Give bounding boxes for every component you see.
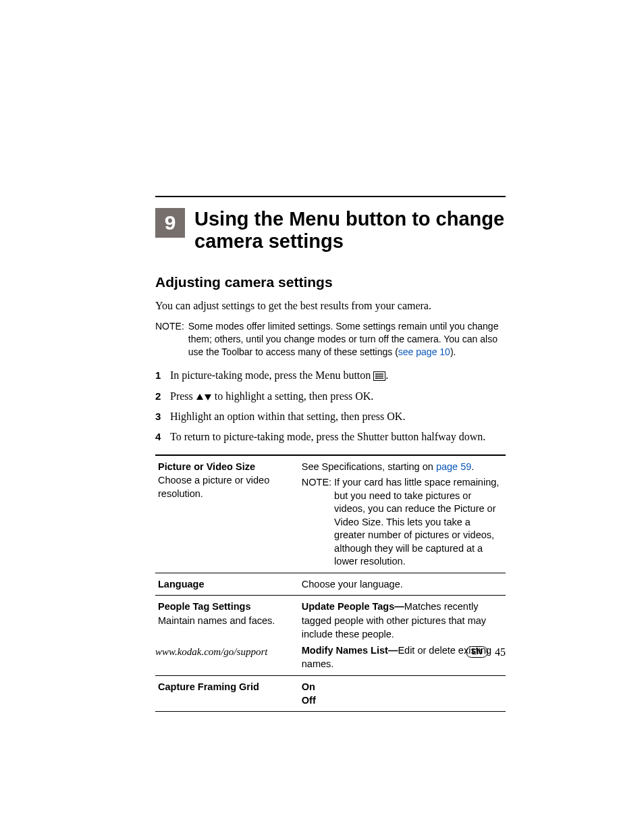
svg-point-6 [375, 378, 377, 380]
setting-desc: Maintain names and faces. [158, 614, 296, 627]
step-number: 2 [155, 389, 163, 404]
page: 9 Using the Menu button to change camera… [0, 0, 644, 834]
page-link[interactable]: page 59 [436, 461, 471, 472]
text: See Specifications, starting on [302, 461, 436, 472]
setting-value: Update People Tags—Matches recently tagg… [299, 596, 506, 675]
table-row: People Tag Settings Maintain names and f… [155, 596, 506, 675]
step-text: To return to picture-taking mode, press … [170, 429, 485, 444]
option-bold: Update People Tags— [302, 601, 404, 612]
table-row: Capture Framing Grid On Off [155, 675, 506, 712]
step-number: 3 [155, 409, 163, 424]
step-text-pre: In picture-taking mode, press the Menu b… [170, 369, 373, 381]
svg-marker-8 [205, 394, 211, 400]
step-item: 2 Press to highlight a setting, then pre… [155, 389, 506, 404]
note-label: NOTE: [155, 320, 184, 359]
setting-value: See Specifications, starting on page 59. [302, 460, 503, 473]
step-list: 1 In picture-taking mode, press the Menu… [155, 368, 506, 445]
top-rule [155, 196, 506, 197]
svg-point-5 [375, 376, 377, 377]
step-number: 1 [155, 368, 163, 383]
settings-table: Picture or Video Size Choose a picture o… [155, 454, 506, 712]
step-text-post: to highlight a setting, then press OK. [212, 390, 374, 402]
page-number: 45 [495, 645, 506, 660]
setting-name: Language [158, 577, 296, 591]
section-intro: You can adjust settings to get the best … [155, 298, 506, 313]
step-number: 4 [155, 429, 163, 444]
setting-value: Choose your language. [299, 573, 506, 595]
chapter-title: Using the Menu button to change camera s… [194, 208, 506, 253]
option-on: On [302, 680, 503, 694]
chapter-header: 9 Using the Menu button to change camera… [155, 208, 506, 253]
step-item: 1 In picture-taking mode, press the Menu… [155, 368, 506, 383]
step-text-pre: Press [170, 390, 196, 402]
step-text: In picture-taking mode, press the Menu b… [170, 368, 388, 383]
up-down-arrows-icon [196, 392, 212, 402]
footer-right: EN 45 [466, 645, 506, 660]
setting-note: NOTE: If your card has little space rema… [302, 476, 503, 569]
menu-icon [373, 371, 385, 381]
note-label: NOTE: [302, 476, 331, 569]
table-row: Picture or Video Size Choose a picture o… [155, 455, 506, 573]
setting-desc: Choose a picture or video resolution. [158, 473, 296, 501]
chapter-number: 9 [155, 208, 185, 238]
step-item: 3 Highlight an option within that settin… [155, 409, 506, 424]
setting-value: On Off [299, 675, 506, 712]
setting-name: Picture or Video Size [158, 460, 296, 473]
footer-url[interactable]: www.kodak.com/go/support [155, 645, 267, 659]
footer: www.kodak.com/go/support EN 45 [155, 645, 506, 660]
setting-name: People Tag Settings [158, 600, 296, 613]
step-text: Press to highlight a setting, then press… [170, 389, 373, 404]
note: NOTE: Some modes offer limited settings.… [155, 320, 506, 359]
svg-point-4 [375, 374, 377, 375]
text: . [471, 461, 474, 472]
section-title: Adjusting camera settings [155, 272, 506, 292]
step-text-post: . [385, 369, 388, 381]
language-pill: EN [466, 646, 488, 658]
svg-marker-7 [196, 394, 203, 400]
step-text: Highlight an option within that setting,… [170, 409, 405, 424]
table-row: Language Choose your language. [155, 573, 506, 595]
option-off: Off [302, 694, 503, 707]
note-body: Some modes offer limited settings. Some … [188, 320, 506, 359]
note-body: If your card has little space remaining,… [334, 476, 503, 569]
note-link[interactable]: see page 10 [398, 346, 450, 357]
note-text-post: ). [450, 346, 456, 357]
setting-name: Capture Framing Grid [158, 680, 296, 694]
step-item: 4 To return to picture-taking mode, pres… [155, 429, 506, 444]
